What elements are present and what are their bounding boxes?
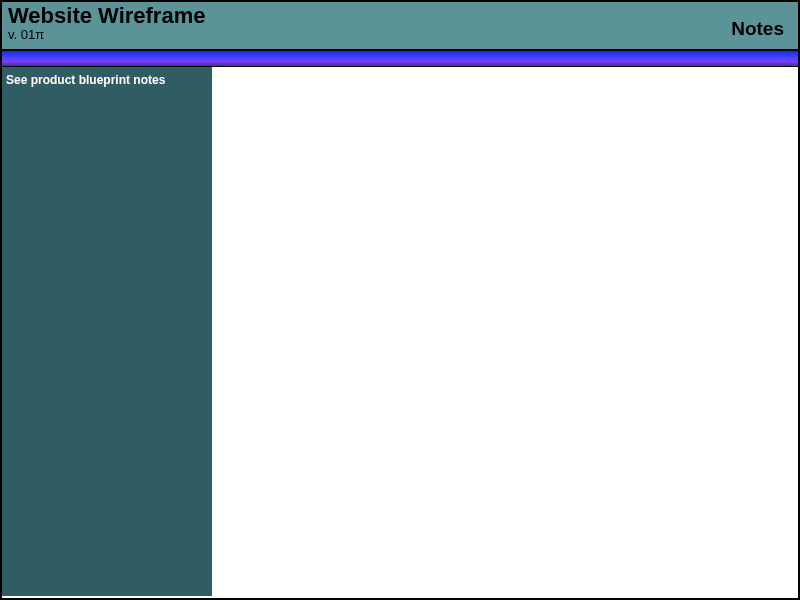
sidebar-panel: See product blueprint notes xyxy=(2,67,212,596)
version-label: v. 01π xyxy=(2,28,798,44)
notes-heading: Notes xyxy=(731,18,784,40)
main-canvas xyxy=(212,67,798,596)
header-bar: Website Wireframe v. 01π Notes xyxy=(2,2,798,50)
content-area: See product blueprint notes xyxy=(2,67,798,596)
sidebar-note-text: See product blueprint notes xyxy=(6,73,208,87)
window-frame: Website Wireframe v. 01π Notes See produ… xyxy=(0,0,800,600)
gradient-divider-bar xyxy=(2,50,798,67)
page-title: Website Wireframe xyxy=(2,2,798,28)
